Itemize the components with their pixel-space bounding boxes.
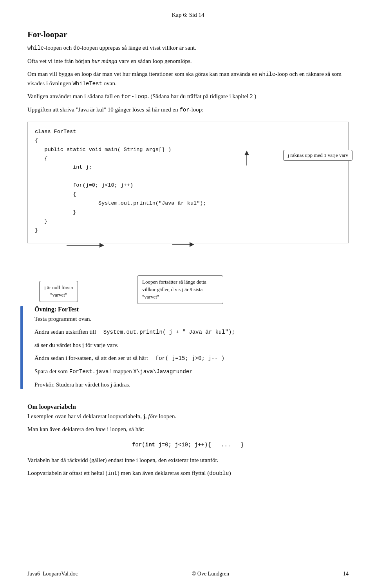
loop-para2: Man kan även deklarera den inne i loopen… [27, 425, 349, 434]
para3: Om man vill bygga en loop där man vet hu… [27, 70, 349, 88]
blue-bar-left [20, 306, 23, 389]
loop-para1: I exemplen ovan har vi deklarerat loopva… [27, 412, 349, 421]
footer-right: 14 [343, 571, 349, 577]
exercise-block: Övning: ForTest Testa programmet ovan. Ä… [27, 306, 349, 389]
arrow-int-j [235, 145, 352, 169]
exercise-title: Övning: ForTest [34, 306, 349, 313]
header-text: Kap 6: Sid 14 [172, 12, 204, 18]
arrows-lower [27, 241, 302, 308]
loop-code: for(int j=0; j<10; j++){ ... } [27, 440, 349, 450]
para4: Vanligen använder man i sådana fall en f… [27, 92, 349, 101]
footer-left: Java6_LooparoVal.doc [27, 571, 78, 577]
section-title: For-loopar [27, 29, 349, 40]
loop-variable-section: Om loopvariabeln I exemplen ovan har vi … [27, 403, 349, 478]
loop-section-title: Om loopvariabeln [27, 403, 349, 410]
exercise-para4: Ändra sedan i for-satsen, så att den ser… [34, 354, 349, 363]
exercise-para6: Provkör. Studera hur värdet hos j ändras… [34, 380, 349, 389]
para2: Ofta vet vi inte från början hur många v… [27, 57, 349, 66]
loop-para3: Variabeln har då räckvidd (gäller) endas… [27, 456, 349, 465]
page-header: Kap 6: Sid 14 [27, 12, 349, 18]
para1: while-loopen och do-loopen upprepas så l… [27, 43, 349, 53]
exercise-para1: Testa programmet ovan. [34, 315, 349, 324]
exercise-para3: så ser du värdet hos j för varje varv. [34, 341, 349, 350]
footer-center: © Ove Lundgren [192, 571, 229, 577]
page-footer: Java6_LooparoVal.doc © Ove Lundgren 14 [0, 571, 376, 577]
code-area: class ForTest { public static void main(… [27, 122, 349, 243]
para5: Uppgiften att skriva "Java är kul" 10 gå… [27, 105, 349, 115]
exercise-para2: Ändra sedan utskriften till System.out.p… [34, 327, 349, 337]
exercise-para5: Spara det som ForTest.java i mappen X\ja… [34, 367, 349, 376]
code-block: class ForTest { public static void main(… [27, 122, 349, 243]
loop-para4: Loopvariabeln är oftast ett heltal (int)… [27, 469, 349, 478]
